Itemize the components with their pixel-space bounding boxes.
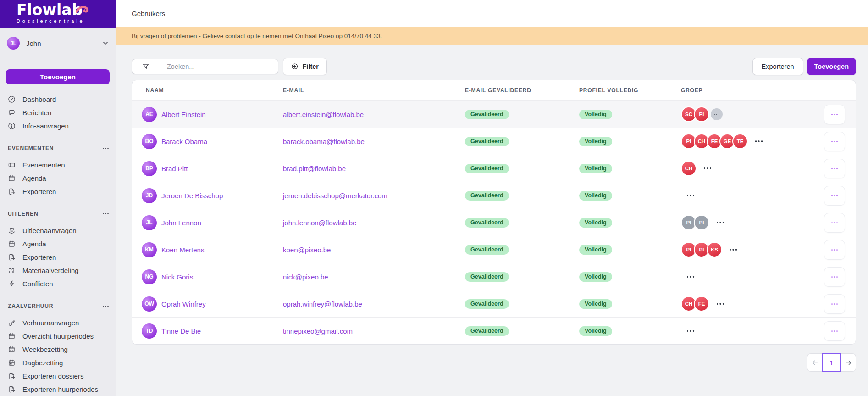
group-overflow-badge[interactable] xyxy=(711,108,723,120)
row-more-button[interactable] xyxy=(824,105,845,124)
group-list: CHFE xyxy=(681,296,820,312)
sidebar-item-label: Evenementen xyxy=(22,161,65,169)
group-badge[interactable]: CH xyxy=(681,161,697,176)
user-name-link[interactable]: John Lennon xyxy=(161,219,201,227)
group-badge[interactable]: FE xyxy=(694,296,709,312)
group-more-dots[interactable] xyxy=(687,330,694,331)
sidebar-item-agenda-evenementen[interactable]: Agenda xyxy=(0,172,116,185)
avatar: JD xyxy=(142,188,157,203)
row-more-button[interactable] xyxy=(824,321,845,341)
sidebar-item-uitleenaanvragen[interactable]: Uitleenaanvragen xyxy=(0,224,116,237)
sidebar-item-berichten[interactable]: Berichten xyxy=(0,106,116,119)
sidebar-item-dagbezetting[interactable]: Dagbezetting xyxy=(0,356,116,369)
group-badge[interactable]: PI xyxy=(694,215,709,230)
prev-page-button[interactable] xyxy=(807,353,822,372)
profile-badge: Volledig xyxy=(579,245,612,255)
profile-badge: Volledig xyxy=(579,164,612,173)
user-name-link[interactable]: Nick Goris xyxy=(161,273,193,281)
group-more-dots[interactable] xyxy=(717,222,724,223)
user-name-link[interactable]: Albert Einstein xyxy=(161,111,206,118)
sidebar: Flowlab Dossiercentrale JL John Toevoege… xyxy=(0,0,116,396)
user-email-link[interactable]: john.lennon@flowlab.be xyxy=(283,219,356,227)
user-email-link[interactable]: tinnepixeo@gmail.com xyxy=(283,327,353,335)
user-name-link[interactable]: Koen Mertens xyxy=(161,246,204,254)
validated-badge: Gevalideerd xyxy=(465,191,509,201)
user-email-link[interactable]: nick@pixeo.be xyxy=(283,273,328,281)
user-email-link[interactable]: barack.obama@flowlab.be xyxy=(283,138,365,145)
sidebar-item-label: Info-aanvragen xyxy=(22,122,69,130)
brand-swoosh-icon xyxy=(76,5,89,16)
user-email-link[interactable]: oprah.winfrey@flowlab.be xyxy=(283,300,362,308)
user-menu[interactable]: JL John xyxy=(7,34,109,52)
sidebar-item-overzicht-huurperiodes[interactable]: Overzicht huurperiodes xyxy=(0,329,116,343)
sidebar-item-evenementen[interactable]: Evenementen xyxy=(0,158,116,172)
row-more-button[interactable] xyxy=(824,240,845,260)
user-name-link[interactable]: Barack Obama xyxy=(161,138,207,145)
brand-logo: Flowlab Dossiercentrale xyxy=(0,0,116,28)
notice-banner: Bij vragen of problemen - Gelieve contac… xyxy=(116,27,868,45)
sidebar-add-button[interactable]: Toevoegen xyxy=(6,69,110,84)
group-badge[interactable]: PI xyxy=(694,106,709,122)
row-more-button[interactable] xyxy=(824,267,845,287)
user-name-link[interactable]: Brad Pitt xyxy=(161,165,188,173)
group-more-dots[interactable] xyxy=(687,195,694,196)
user-name-link[interactable]: Oprah Winfrey xyxy=(161,300,206,308)
sidebar-item-exporteren-evenementen[interactable]: Exporteren xyxy=(0,185,116,198)
section-more-icon[interactable] xyxy=(103,148,109,149)
funnel-icon[interactable] xyxy=(132,59,160,74)
sidebar-item-exporteren-dossiers[interactable]: Exporteren dossiers xyxy=(0,369,116,383)
content: Filter Exporteren Toevoegen NAAM E-MAIL … xyxy=(116,45,868,372)
sidebar-item-verhuuraanvragen[interactable]: Verhuuraanvragen xyxy=(0,316,116,329)
user-email-link[interactable]: koen@pixeo.be xyxy=(283,246,331,254)
row-more-button[interactable] xyxy=(824,159,845,178)
sidebar-item-weekbezetting[interactable]: Weekbezetting xyxy=(0,343,116,356)
chat-icon xyxy=(8,109,16,117)
avatar: KM xyxy=(142,242,157,257)
table-row: NG Nick Goris nick@pixeo.be Gevalideerd … xyxy=(132,263,856,290)
group-more-dots[interactable] xyxy=(717,303,724,304)
group-more-dots[interactable] xyxy=(755,140,763,142)
col-profiel-volledig: PROFIEL VOLLEDIG xyxy=(579,87,681,94)
section-more-icon[interactable] xyxy=(103,213,109,215)
group-badge[interactable]: TE xyxy=(732,134,748,149)
user-email-link[interactable]: jeroen.debisschop@merkator.com xyxy=(283,192,387,200)
group-more-dots[interactable] xyxy=(730,249,737,250)
group-list: CH xyxy=(681,161,820,176)
user-name-link[interactable]: Jeroen De Bisschop xyxy=(161,192,223,200)
sidebar-item-dashboard[interactable]: Dashboard xyxy=(0,93,116,106)
sidebar-item-exporteren-huurperiodes[interactable]: Exporteren huurperiodes xyxy=(0,383,116,396)
sidebar-item-materiaalverdeling[interactable]: Materiaalverdeling xyxy=(0,264,116,277)
group-more-dots[interactable] xyxy=(704,167,711,169)
section-more-icon[interactable] xyxy=(103,306,109,307)
next-page-button[interactable] xyxy=(841,353,856,372)
user-email-link[interactable]: brad.pitt@flowlab.be xyxy=(283,165,346,173)
search-input[interactable] xyxy=(160,59,278,74)
validated-badge: Gevalideerd xyxy=(465,272,509,282)
sidebar-item-info-aanvragen[interactable]: Info-aanvragen xyxy=(0,119,116,133)
sidebar-item-exporteren-uitlenen[interactable]: Exporteren xyxy=(0,251,116,264)
export-icon xyxy=(8,253,16,261)
add-button[interactable]: Toevoegen xyxy=(807,58,856,75)
filter-label: Filter xyxy=(303,63,319,70)
row-more-button[interactable] xyxy=(824,186,845,206)
sidebar-section-header: UITLENEN xyxy=(0,207,116,220)
ticket-icon xyxy=(8,161,16,169)
row-more-button[interactable] xyxy=(824,294,845,314)
filter-button[interactable]: Filter xyxy=(283,58,327,75)
sidebar-item-label: Exporteren huurperiodes xyxy=(22,385,98,393)
group-badge[interactable]: KS xyxy=(707,242,722,257)
sidebar-item-agenda-uitlenen[interactable]: Agenda xyxy=(0,237,116,251)
group-more-dots[interactable] xyxy=(687,276,694,277)
user-name-link[interactable]: Tinne De Bie xyxy=(161,327,201,335)
table-row: BP Brad Pitt brad.pitt@flowlab.be Gevali… xyxy=(132,155,856,182)
table-row: TD Tinne De Bie tinnepixeo@gmail.com Gev… xyxy=(132,317,856,344)
current-page[interactable]: 1 xyxy=(822,353,841,372)
sidebar-item-label: Agenda xyxy=(22,174,46,182)
export-button[interactable]: Exporteren xyxy=(752,58,803,75)
row-more-button[interactable] xyxy=(824,132,845,151)
user-email-link[interactable]: albert.einstein@flowlab.be xyxy=(283,111,364,118)
app: Flowlab Dossiercentrale JL John Toevoege… xyxy=(0,0,868,396)
sidebar-item-conflicten[interactable]: Conflicten xyxy=(0,277,116,290)
avatar: TD xyxy=(142,323,157,339)
row-more-button[interactable] xyxy=(824,213,845,233)
